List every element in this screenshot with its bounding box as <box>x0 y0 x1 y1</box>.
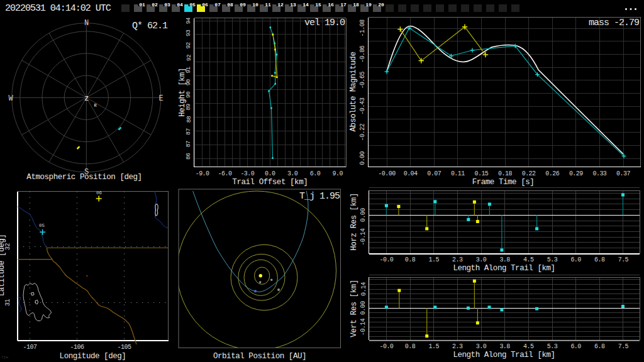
svg-text:-105: -105 <box>118 344 131 351</box>
svg-text:3.8: 3.8 <box>499 343 510 350</box>
svg-text:-3.0: -3.0 <box>240 170 254 177</box>
svg-text:-0.22: -0.22 <box>359 123 366 141</box>
svg-text:0.04: 0.04 <box>404 170 418 177</box>
svg-text:7.5: 7.5 <box>618 256 629 263</box>
svg-text:N: N <box>84 19 89 28</box>
svg-text:94: 94 <box>186 17 192 24</box>
svg-text:01: 01 <box>139 2 145 8</box>
svg-text:Absolute Magnitude: Absolute Magnitude <box>349 52 358 132</box>
svg-text:Horz Res [km]: Horz Res [km] <box>350 193 358 251</box>
svg-text:3.0: 3.0 <box>287 170 298 177</box>
svg-text:6.8: 6.8 <box>594 343 605 350</box>
svg-text:1.5: 1.5 <box>429 343 440 350</box>
svg-text:-0.00: -0.00 <box>378 170 396 177</box>
svg-text:0.00: 0.00 <box>359 151 366 165</box>
svg-text:-0.0: -0.0 <box>379 343 393 350</box>
svg-text:Orbital Position [AU]: Orbital Position [AU] <box>213 352 306 361</box>
svg-text:E: E <box>159 94 164 103</box>
svg-text:5.3: 5.3 <box>547 343 558 350</box>
svg-text:4.5: 4.5 <box>523 343 534 350</box>
svg-text:-0.14: -0.14 <box>360 228 367 246</box>
svg-text:16: 16 <box>328 2 334 8</box>
svg-text:20220531 04:14:02 UTC: 20220531 04:14:02 UTC <box>5 3 111 14</box>
svg-text:1.5: 1.5 <box>429 256 440 263</box>
svg-text:6.0: 6.0 <box>570 256 581 263</box>
svg-text:-6.0: -6.0 <box>218 170 232 177</box>
svg-text:93: 93 <box>186 30 192 36</box>
svg-text:-0.43: -0.43 <box>359 97 366 115</box>
svg-text:87: 87 <box>186 141 192 147</box>
svg-text:11: 11 <box>265 2 271 8</box>
svg-text:Height [km]: Height [km] <box>178 68 187 117</box>
svg-text:20: 20 <box>378 2 384 8</box>
svg-text:0.0: 0.0 <box>265 170 275 177</box>
svg-text:31: 31 <box>4 299 11 306</box>
svg-text:mass -2.79: mass -2.79 <box>589 18 639 28</box>
svg-text:15: 15 <box>315 2 321 8</box>
svg-text:T_j 1.95: T_j 1.95 <box>299 191 340 202</box>
svg-text:Atmospheric Position [deg]: Atmospheric Position [deg] <box>26 173 142 182</box>
svg-text:-1.08: -1.08 <box>359 19 366 37</box>
svg-text:0.37: 0.37 <box>616 170 630 177</box>
svg-text:09: 09 <box>240 2 246 8</box>
svg-text:2.3: 2.3 <box>452 343 463 350</box>
svg-text:0.33: 0.33 <box>592 170 606 177</box>
svg-text:14: 14 <box>303 2 309 8</box>
svg-text:0.11: 0.11 <box>451 170 465 177</box>
svg-text:86: 86 <box>186 153 192 160</box>
svg-text:Q* 62.1: Q* 62.1 <box>132 21 168 31</box>
svg-text:04: 04 <box>177 2 183 8</box>
svg-text:-107: -107 <box>23 344 37 351</box>
svg-text:18: 18 <box>353 2 359 8</box>
svg-text:92: 92 <box>186 54 192 61</box>
svg-text:5.3: 5.3 <box>547 256 558 263</box>
svg-text:7.5: 7.5 <box>618 343 629 350</box>
svg-text:Longitude [deg]: Longitude [deg] <box>60 352 126 361</box>
svg-text:87: 87 <box>186 128 192 134</box>
svg-text:06: 06 <box>202 2 208 8</box>
svg-text:0.18: 0.18 <box>498 170 512 177</box>
svg-text:0.8: 0.8 <box>405 256 416 263</box>
svg-text:Length Along Trail [km]: Length Along Trail [km] <box>453 264 555 273</box>
svg-text:Vert Res [km]: Vert Res [km] <box>350 280 358 337</box>
svg-text:9.0: 9.0 <box>333 170 343 177</box>
svg-text:rjw: rjw <box>1 355 8 359</box>
svg-text:-0.65: -0.65 <box>359 72 366 89</box>
svg-text:19: 19 <box>365 2 372 8</box>
svg-text:0.14: 0.14 <box>360 282 367 296</box>
svg-text:17: 17 <box>340 2 347 8</box>
svg-text:13: 13 <box>290 2 296 8</box>
svg-text:92: 92 <box>186 41 192 48</box>
svg-text:2.3: 2.3 <box>452 256 463 263</box>
svg-text:06: 06 <box>96 190 103 195</box>
svg-text:Latitude [deg]: Latitude [deg] <box>0 234 6 297</box>
svg-text:0.00: 0.00 <box>360 301 367 315</box>
svg-text:6.8: 6.8 <box>594 256 605 263</box>
svg-text:-0.0: -0.0 <box>379 256 393 263</box>
svg-text:12: 12 <box>277 2 284 8</box>
svg-text:05: 05 <box>39 223 45 228</box>
svg-text:0.00: 0.00 <box>360 208 367 222</box>
svg-text:0.15: 0.15 <box>474 170 488 177</box>
svg-text:0.07: 0.07 <box>427 170 441 177</box>
svg-text:3.0: 3.0 <box>476 256 487 263</box>
svg-text:0.29: 0.29 <box>569 170 583 177</box>
svg-text:6.0: 6.0 <box>570 343 581 350</box>
svg-text:3.8: 3.8 <box>499 256 510 263</box>
svg-text:Frame Time [s]: Frame Time [s] <box>472 178 535 187</box>
svg-text:-106: -106 <box>70 344 84 351</box>
svg-text:0.8: 0.8 <box>405 343 416 350</box>
svg-text:3.0: 3.0 <box>476 343 487 350</box>
svg-text:-0.14: -0.14 <box>360 318 367 336</box>
svg-text:vel 19.0: vel 19.0 <box>304 18 345 28</box>
svg-text:4.5: 4.5 <box>523 256 534 263</box>
svg-text:05: 05 <box>189 2 196 8</box>
svg-text:Trail Offset [km]: Trail Offset [km] <box>232 178 308 187</box>
svg-text:Z: Z <box>85 96 89 102</box>
svg-text:-9.0: -9.0 <box>196 170 209 177</box>
svg-text:0.22: 0.22 <box>522 170 536 177</box>
svg-text:Length Along Trail [km]: Length Along Trail [km] <box>453 351 555 359</box>
svg-text:08: 08 <box>227 2 233 8</box>
svg-text:-0.86: -0.86 <box>359 45 366 63</box>
svg-text:07: 07 <box>214 2 221 8</box>
